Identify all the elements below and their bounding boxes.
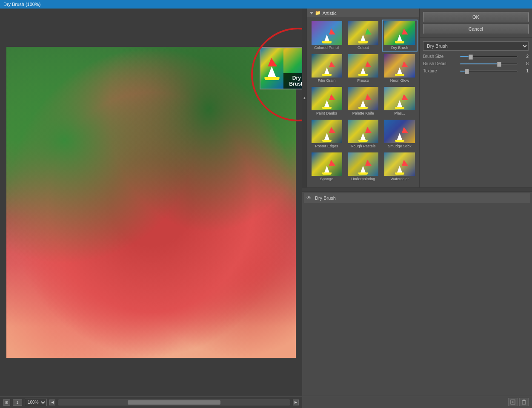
- filter-item-rough-pastels[interactable]: Rough Pastels: [345, 118, 381, 150]
- zoom-select[interactable]: 100% 50% 200%: [25, 399, 47, 406]
- brush-detail-row: Brush Detail 8: [423, 61, 529, 66]
- bottom-toolbar: ⊞ 1 100% 50% 200% ◀ ▶: [0, 396, 302, 408]
- filter-item-film-grain[interactable]: Film Grain: [309, 52, 345, 84]
- collapse-arrow: [310, 12, 313, 14]
- filter-item-sponge[interactable]: Sponge: [309, 151, 345, 183]
- tooltip-label: Dry Brush: [283, 73, 302, 89]
- brush-size-value: 2: [520, 54, 529, 59]
- rough-pastels-thumb: [348, 120, 378, 143]
- brush-detail-thumb[interactable]: [497, 62, 501, 67]
- page-indicator: 1: [13, 399, 22, 406]
- effects-section: 👁 Dry Brush: [302, 187, 532, 408]
- brush-size-row: Brush Size 2: [423, 54, 529, 59]
- palette-knife-thumb: [348, 87, 378, 110]
- filter-item-plastic-wrap[interactable]: Plas...: [382, 85, 418, 117]
- canvas-image: [6, 47, 296, 358]
- smudge-stick-thumb: [384, 120, 415, 143]
- colored-pencil-thumb: [312, 21, 342, 45]
- filter-item-fresco[interactable]: Fresco: [345, 52, 381, 84]
- scroll-thumb: [128, 400, 220, 405]
- cancel-button[interactable]: Cancel: [423, 24, 529, 34]
- texture-row: Texture 1: [423, 69, 529, 73]
- brush-detail-fill: [460, 63, 497, 64]
- scroll-left-button[interactable]: ◀: [49, 399, 55, 405]
- filter-item-paint-daubs[interactable]: Paint Daubs: [309, 85, 345, 117]
- texture-slider[interactable]: [460, 70, 518, 72]
- brush-detail-value: 8: [520, 61, 529, 66]
- tooltip-preview-image: Dry Brush: [260, 47, 302, 89]
- filter-section: ▲ 📁 Artistic: [302, 9, 532, 187]
- neon-glow-thumb: [384, 54, 415, 78]
- ok-button[interactable]: OK: [423, 12, 529, 22]
- paint-daubs-label: Paint Daubs: [316, 111, 337, 115]
- artistic-label: Artistic: [323, 11, 337, 16]
- smudge-stick-label: Smudge Stick: [388, 144, 412, 148]
- filter-item-poster-edges[interactable]: Poster Edges: [309, 118, 345, 150]
- artistic-category-header[interactable]: 📁 Artistic: [307, 9, 419, 18]
- filter-item-colored-pencil[interactable]: Colored Pencil: [309, 20, 345, 52]
- brush-strokes-category[interactable]: 📁 Brush Strokes: [307, 184, 419, 187]
- sponge-thumb: [312, 152, 342, 176]
- effects-list: 👁 Dry Brush: [302, 192, 532, 396]
- cutout-thumb: [348, 21, 378, 45]
- watercolor-thumb: [384, 152, 415, 176]
- canvas-wrapper: Dry Brush: [0, 9, 302, 396]
- filter-item-neon-glow[interactable]: Neon Glow: [382, 52, 418, 84]
- new-effect-icon: [510, 399, 515, 405]
- brush-detail-slider[interactable]: [460, 63, 518, 65]
- filter-name-dropdown[interactable]: Dry Brush: [423, 41, 529, 51]
- palette-knife-label: Palette Knife: [352, 111, 374, 115]
- dry-brush-thumb: [384, 21, 415, 45]
- texture-label: Texture: [423, 69, 457, 73]
- cutout-label: Cutout: [358, 46, 369, 50]
- svg-rect-5: [523, 400, 525, 401]
- filter-item-underpainting[interactable]: Underpainting: [345, 151, 381, 183]
- effect-eye-icon[interactable]: 👁: [306, 195, 312, 201]
- navigator-icon[interactable]: ⊞: [3, 399, 10, 406]
- brush-size-thumb[interactable]: [469, 55, 473, 60]
- title-bar: Dry Brush (100%): [0, 0, 532, 9]
- brush-detail-label: Brush Detail: [423, 61, 457, 66]
- colored-pencil-label: Colored Pencil: [314, 46, 339, 50]
- plastic-wrap-label: Plas...: [395, 111, 405, 115]
- texture-value: 1: [520, 69, 529, 73]
- main-layout: Dry Brush ⊞ 1 100% 50% 200% ◀ ▶ ▲: [0, 9, 532, 408]
- filter-item-watercolor[interactable]: Watercolor: [382, 151, 418, 183]
- texture-thumb[interactable]: [465, 69, 469, 74]
- dry-brush-label: Dry Brush: [391, 46, 408, 50]
- filter-settings-panel: Dry Brush Brush Size 2 Brush Detail: [420, 37, 532, 187]
- film-grain-label: Film Grain: [318, 78, 336, 83]
- film-grain-thumb: [312, 54, 342, 78]
- brush-size-label: Brush Size: [423, 54, 457, 59]
- plastic-wrap-thumb: [384, 87, 415, 110]
- ok-cancel-area: OK Cancel: [420, 9, 532, 37]
- apple-image: [6, 47, 296, 358]
- filter-item-dry-brush[interactable]: Dry Brush: [382, 20, 418, 52]
- filter-item-palette-knife[interactable]: Palette Knife: [345, 85, 381, 117]
- fresco-thumb: [348, 54, 378, 78]
- watercolor-label: Watercolor: [390, 177, 409, 181]
- horizontal-scrollbar[interactable]: [58, 399, 290, 405]
- paint-daubs-thumb: [312, 87, 342, 110]
- brush-size-slider[interactable]: [460, 56, 518, 57]
- delete-effect-button[interactable]: [519, 398, 529, 406]
- effects-header: [302, 188, 532, 192]
- sponge-label: Sponge: [320, 177, 333, 181]
- new-effect-button[interactable]: [508, 398, 518, 406]
- poster-edges-thumb: [312, 120, 342, 143]
- expand-collapse-button[interactable]: ▲: [302, 9, 307, 187]
- effect-name-dry-brush: Dry Brush: [315, 195, 336, 201]
- scroll-right-button[interactable]: ▶: [293, 399, 299, 405]
- filter-list[interactable]: 📁 Artistic: [307, 9, 420, 187]
- delete-effect-icon: [521, 399, 526, 405]
- filter-item-cutout[interactable]: Cutout: [345, 20, 381, 52]
- poster-edges-label: Poster Edges: [315, 144, 338, 148]
- effect-row-dry-brush[interactable]: 👁 Dry Brush: [304, 193, 530, 203]
- rough-pastels-label: Rough Pastels: [351, 144, 376, 148]
- texture-fill: [460, 71, 465, 72]
- window-title: Dry Brush (100%): [3, 2, 40, 7]
- filter-item-smudge-stick[interactable]: Smudge Stick: [382, 118, 418, 150]
- svg-rect-3: [522, 401, 526, 404]
- folder-icon: 📁: [315, 10, 321, 16]
- canvas-area: Dry Brush ⊞ 1 100% 50% 200% ◀ ▶: [0, 9, 302, 408]
